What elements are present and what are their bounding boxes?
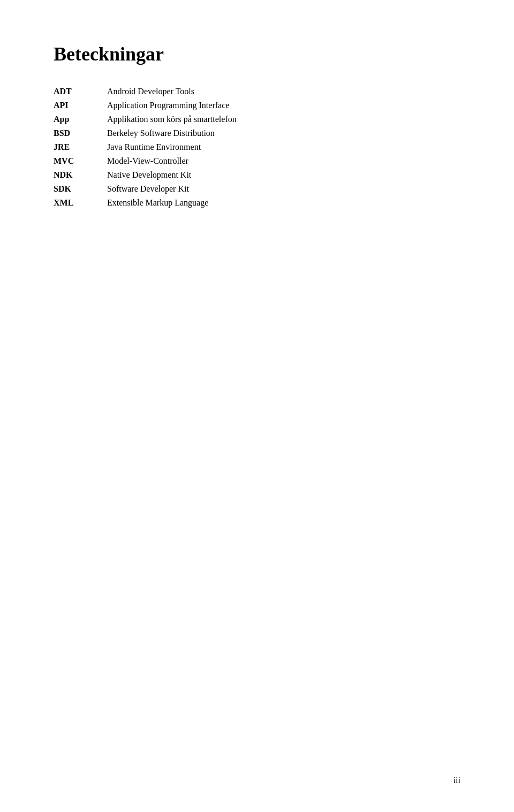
abbr-term: API	[54, 101, 107, 115]
table-row: MVCModel-View-Controller	[54, 156, 460, 170]
page-container: Beteckningar ADTAndroid Developer ToolsA…	[0, 0, 514, 812]
table-row: APIApplication Programming Interface	[54, 101, 460, 115]
abbr-term: ADT	[54, 87, 107, 101]
abbr-term: SDK	[54, 184, 107, 198]
abbr-definition: Android Developer Tools	[107, 87, 460, 101]
abbr-term: BSD	[54, 128, 107, 142]
abbr-definition: Extensible Markup Language	[107, 198, 460, 212]
page-number: iii	[453, 776, 460, 785]
abbreviations-table: ADTAndroid Developer ToolsAPIApplication…	[54, 87, 460, 212]
abbr-definition: Software Developer Kit	[107, 184, 460, 198]
table-row: AppApplikation som körs på smarttelefon	[54, 115, 460, 128]
abbr-term: MVC	[54, 156, 107, 170]
table-row: XMLExtensible Markup Language	[54, 198, 460, 212]
abbr-term: XML	[54, 198, 107, 212]
abbr-term: NDK	[54, 170, 107, 184]
table-row: BSDBerkeley Software Distribution	[54, 128, 460, 142]
abbr-definition: Berkeley Software Distribution	[107, 128, 460, 142]
abbr-definition: Java Runtime Environment	[107, 142, 460, 156]
table-row: JREJava Runtime Environment	[54, 142, 460, 156]
abbr-term: App	[54, 115, 107, 128]
table-row: SDKSoftware Developer Kit	[54, 184, 460, 198]
abbr-definition: Model-View-Controller	[107, 156, 460, 170]
page-title: Beteckningar	[54, 43, 460, 65]
abbr-term: JRE	[54, 142, 107, 156]
table-row: NDKNative Development Kit	[54, 170, 460, 184]
abbr-definition: Application Programming Interface	[107, 101, 460, 115]
abbr-definition: Applikation som körs på smarttelefon	[107, 115, 460, 128]
table-row: ADTAndroid Developer Tools	[54, 87, 460, 101]
abbr-definition: Native Development Kit	[107, 170, 460, 184]
